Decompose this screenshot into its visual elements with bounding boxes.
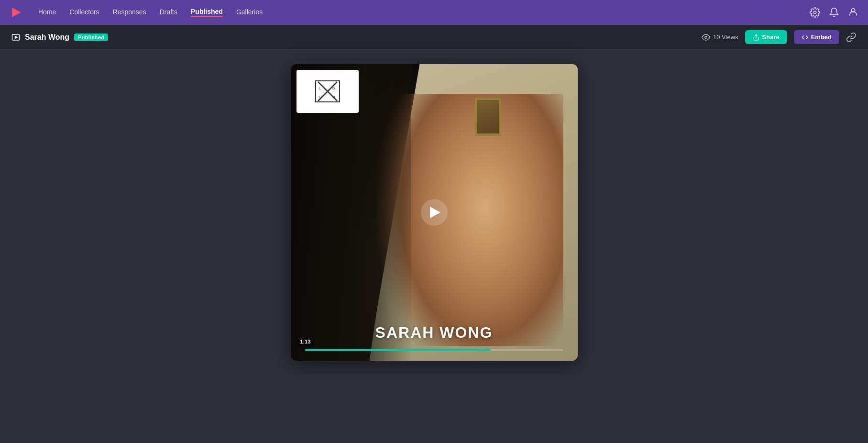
top-nav: Home Collectors Responses Drafts Publish… <box>0 0 868 25</box>
person-name: SARAH WONG <box>291 324 578 342</box>
nav-home[interactable]: Home <box>38 8 56 17</box>
svg-text:G: G <box>332 87 335 90</box>
svg-text:L: L <box>319 87 321 90</box>
views-count: 10 Views <box>702 33 738 42</box>
logo-badge: L G O O <box>297 70 359 113</box>
play-button[interactable] <box>421 199 448 226</box>
progress-fill <box>305 349 491 351</box>
svg-point-1 <box>813 11 816 14</box>
nav-published[interactable]: Published <box>191 8 223 17</box>
svg-point-5 <box>705 36 707 38</box>
embed-button[interactable]: Embed <box>794 30 839 44</box>
svg-text:O: O <box>319 95 322 99</box>
app-logo[interactable] <box>10 6 23 19</box>
main-content: L G O O SARAH WONG 1:13 <box>0 50 868 443</box>
nav-drafts[interactable]: Drafts <box>160 8 177 17</box>
published-badge: Published <box>74 33 108 41</box>
progress-bar[interactable] <box>305 349 563 351</box>
video-icon <box>11 33 20 42</box>
nav-links: Home Collectors Responses Drafts Publish… <box>38 8 263 17</box>
timestamp: 1:13 <box>297 338 314 345</box>
svg-marker-4 <box>15 36 18 38</box>
user-profile-icon[interactable] <box>848 7 858 18</box>
name-overlay: SARAH WONG <box>291 324 578 342</box>
svg-text:O: O <box>332 95 335 99</box>
video-player[interactable]: L G O O SARAH WONG 1:13 <box>291 64 578 361</box>
subheader: Sarah Wong Published 10 Views Share Embe… <box>0 25 868 50</box>
brand-logo: L G O O <box>308 77 347 106</box>
copy-link-button[interactable] <box>846 32 857 43</box>
video-card: L G O O SARAH WONG 1:13 <box>291 64 578 361</box>
eye-icon <box>702 33 710 42</box>
code-icon <box>802 34 808 41</box>
views-label: 10 Views <box>713 33 738 41</box>
link-icon <box>846 32 857 43</box>
nav-responses[interactable]: Responses <box>113 8 146 17</box>
notifications-icon[interactable] <box>829 7 839 18</box>
settings-icon[interactable] <box>810 7 820 18</box>
svg-marker-0 <box>12 8 21 17</box>
share-icon <box>753 34 759 41</box>
subheader-left: Sarah Wong Published <box>11 33 108 42</box>
nav-collectors[interactable]: Collectors <box>69 8 99 17</box>
plant-svg <box>303 198 379 332</box>
subheader-right: 10 Views Share Embed <box>702 30 857 44</box>
page-title: Sarah Wong <box>25 33 69 42</box>
nav-right-icons <box>810 7 858 18</box>
nav-galleries[interactable]: Galleries <box>236 8 263 17</box>
share-button[interactable]: Share <box>745 30 787 44</box>
